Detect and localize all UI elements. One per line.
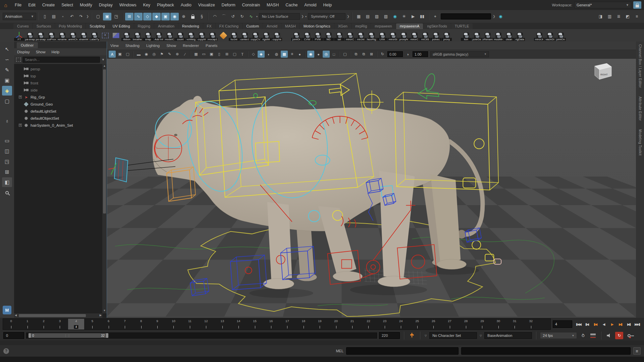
search-input[interactable]: Search...	[22, 57, 100, 63]
three-pane-layout-button[interactable]: ◳	[2, 157, 12, 166]
play-backwards-button[interactable]: ◀	[599, 320, 608, 328]
shelf-sel-button[interactable]: sel	[334, 30, 344, 41]
zoom-tool[interactable]	[2, 188, 12, 197]
menu-arnold[interactable]: Arnold	[301, 0, 320, 10]
chevron-down-icon[interactable]: ▾	[305, 15, 307, 18]
pause-viewport-icon[interactable]: ▮▮	[418, 13, 426, 20]
timeline-frame-21[interactable]: 21	[344, 319, 360, 329]
menu-help[interactable]: Help	[320, 0, 335, 10]
four-pane-layout-button[interactable]: ⊞	[2, 167, 12, 177]
exposure-icon[interactable]: ↻	[379, 51, 386, 58]
snapshot-icon[interactable]: ⧉	[353, 51, 360, 58]
timeline-frame-19[interactable]: 19	[312, 319, 328, 329]
shelf-copyCV-button[interactable]: copyCV	[250, 30, 261, 41]
workspace-lock-button[interactable]	[633, 1, 641, 9]
shelf-vacinDi-button[interactable]: vacinDi	[545, 30, 555, 41]
quick-select-icon[interactable]: ⌖	[431, 13, 439, 20]
select-object-icon[interactable]: ▣	[103, 13, 111, 20]
shelf-tab-custom[interactable]: Custom	[243, 23, 263, 29]
gamma-icon[interactable]: ◑	[404, 51, 411, 58]
scroll-down-icon[interactable]: ▼	[102, 309, 107, 313]
step-back-frame-button[interactable]: ▮◀	[591, 320, 599, 328]
outliner-menu-display[interactable]: Display	[14, 50, 33, 54]
render-sequence-icon[interactable]: ▧	[382, 13, 390, 20]
menu-file[interactable]: File	[11, 0, 25, 10]
shelf-modelC-button[interactable]: modelC	[164, 30, 175, 41]
timeline-frame-15[interactable]: 15	[247, 319, 263, 329]
command-language-toggle[interactable]: MEL	[336, 349, 343, 353]
outliner-menu-help[interactable]: Help	[49, 50, 63, 54]
shelf-tab-motion-graphics[interactable]: Motion Graphics	[300, 23, 334, 29]
ipr-render-icon[interactable]: ▨	[373, 13, 381, 20]
play-forwards-button[interactable]: ▶	[608, 320, 616, 328]
animation-end-field[interactable]: 220	[379, 332, 400, 339]
shelf-zRenam-button[interactable]: zRenam	[482, 30, 493, 41]
lookthrough-selected-icon[interactable]: ▣	[116, 51, 123, 58]
playback-speed-warning-icon[interactable]: ↻	[615, 332, 623, 339]
hypershade-icon[interactable]: ◉	[391, 13, 399, 20]
vertical-scrollbar[interactable]: ▲ ▼	[102, 64, 107, 313]
scrollbar-thumb[interactable]	[19, 314, 86, 317]
shelf-tab-poly-modeling[interactable]: Poly Modeling	[55, 23, 86, 29]
animation-snapshot-icon[interactable]	[589, 332, 597, 339]
drag-handle[interactable]: ⋮⋮⋮⋮	[1, 333, 2, 334]
home-icon[interactable]: ⌂	[0, 2, 11, 8]
timeline-frame-6[interactable]: 6	[101, 319, 117, 329]
shelf-tab-mrprig[interactable]: mrpRig	[352, 23, 371, 29]
timeline-frame-31[interactable]: 31	[506, 319, 523, 329]
lock-icon[interactable]	[189, 13, 197, 20]
quick-selection-input[interactable]	[441, 13, 491, 19]
shelf-tab-fx-caching[interactable]: FX Caching	[216, 23, 242, 29]
modeling-toolkit-toggle-icon[interactable]: ◨	[596, 13, 605, 20]
shelf-snap-button[interactable]: snap	[143, 30, 153, 41]
timeline-frame-8[interactable]: 8	[133, 319, 149, 329]
shelf-marquee-tool-button[interactable]	[100, 30, 110, 41]
user-account-badge[interactable]: M	[3, 306, 11, 314]
hypershade-panel-toggle-icon[interactable]: ▥	[605, 13, 614, 20]
transform-tool[interactable]: ▣	[2, 75, 12, 85]
soft-modification-tool[interactable]: ◈	[2, 86, 12, 96]
framerate-selector[interactable]: 24 fps ▼	[540, 332, 577, 339]
horizontal-scrollbar[interactable]: ◀ ▶	[14, 313, 102, 318]
gate-mask-icon[interactable]: ▯	[216, 51, 223, 58]
ik-handle-tool[interactable]: ♁	[2, 116, 12, 126]
shelf-mirJnt-button[interactable]: mirJnt	[356, 30, 366, 41]
animation-layer-selector[interactable]: BaseAnimation	[484, 332, 532, 339]
symmetry-field[interactable]: Symmetry: Off	[308, 13, 345, 20]
step-back-key-button[interactable]: ▮◀	[583, 320, 591, 328]
timeline-frame-16[interactable]: 16	[263, 319, 279, 329]
image-plane-icon[interactable]: ▢	[124, 51, 131, 58]
xray-icon[interactable]: ◉	[307, 51, 314, 58]
shelf-animCh-button[interactable]: animCh	[68, 30, 78, 41]
shelf-CVW-button[interactable]: CVW	[302, 30, 312, 41]
shelf-tab-uv-editing[interactable]: UV Editing	[109, 23, 134, 29]
range-end-handle[interactable]	[106, 333, 108, 338]
menu-windows[interactable]: Windows	[116, 0, 140, 10]
undo-icon[interactable]: ↶	[68, 13, 76, 20]
timeline-frame-23[interactable]: 23	[377, 319, 393, 329]
shelf-mirorC-button[interactable]: mirorC	[345, 30, 355, 41]
timeline-frame-25[interactable]: 25	[409, 319, 425, 329]
snap-together-icon[interactable]: ⊕	[179, 13, 188, 20]
highlight-selection-icon[interactable]: ◉	[496, 13, 505, 20]
step-forward-key-button[interactable]: ▶▮	[625, 320, 633, 328]
xray-joints-icon[interactable]: ●	[315, 51, 322, 58]
shelf-mirorJr-button[interactable]: mirorJr	[534, 30, 544, 41]
shelf-NG-button[interactable]: NG	[323, 30, 334, 41]
scrollbar-thumb[interactable]	[103, 69, 106, 214]
shelf-tab-arnold[interactable]: Arnold	[263, 23, 281, 29]
shelf-tab-turtle[interactable]: TURTLE	[451, 23, 473, 29]
shelf-mirorC-button[interactable]: mirorC	[409, 30, 420, 41]
scroll-right-icon[interactable]: ▶	[100, 314, 102, 317]
shelf-tab-sculpting[interactable]: Sculpting	[86, 23, 108, 29]
timeline-frame-11[interactable]: 11	[182, 319, 198, 329]
menu-select[interactable]: Select	[58, 0, 76, 10]
use-all-lights-icon[interactable]: ▩	[281, 51, 288, 58]
shelf-proxy-button[interactable]: proxy	[441, 30, 452, 41]
grid-toggle-icon[interactable]: ▦	[193, 51, 200, 58]
live-surface-field[interactable]: No Live Surface	[259, 13, 300, 20]
shelf-Add Inf-button[interactable]: Add Inf	[154, 30, 164, 41]
snap-projected-center-icon[interactable]: ◆	[152, 13, 161, 20]
shelf-LabelTy-button[interactable]: LabelTy	[89, 30, 100, 41]
workspace-selector[interactable]: General* ▼	[574, 2, 631, 8]
